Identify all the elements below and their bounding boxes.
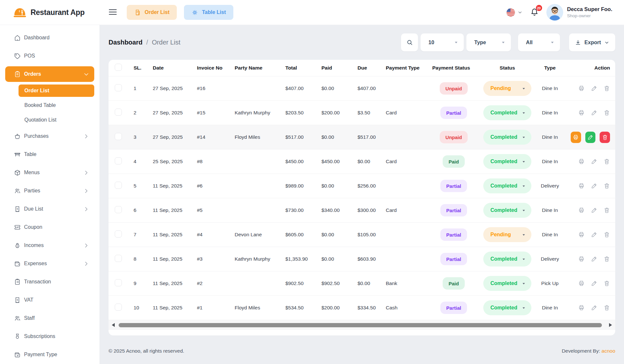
trash-icon[interactable] bbox=[604, 280, 610, 287]
edit-pencil-icon[interactable] bbox=[591, 280, 597, 287]
printer-icon[interactable] bbox=[578, 305, 585, 311]
printer-icon[interactable] bbox=[578, 183, 585, 189]
trash-icon[interactable] bbox=[604, 183, 610, 189]
trash-icon[interactable] bbox=[604, 305, 610, 311]
status-dropdown[interactable]: Pending bbox=[483, 227, 531, 242]
cell-type: Dine In bbox=[533, 85, 566, 91]
trash-icon[interactable] bbox=[604, 256, 610, 262]
scroll-right-arrow-icon[interactable] bbox=[609, 323, 612, 327]
row-checkbox[interactable] bbox=[115, 255, 122, 262]
language-selector[interactable] bbox=[506, 8, 523, 17]
breadcrumb-parent[interactable]: Dashboard bbox=[109, 39, 142, 46]
printer-icon[interactable] bbox=[578, 207, 585, 214]
horizontal-scrollbar[interactable] bbox=[109, 320, 615, 330]
edit-pencil-icon[interactable] bbox=[591, 231, 597, 238]
developer-link[interactable]: acnoo bbox=[602, 348, 615, 354]
edit-pencil-icon[interactable] bbox=[591, 256, 597, 262]
status-dropdown[interactable]: Completed bbox=[483, 203, 531, 218]
table-icon bbox=[14, 151, 21, 158]
row-checkbox[interactable] bbox=[115, 84, 122, 91]
sidebar-item-purchases[interactable]: Purchases bbox=[0, 127, 99, 145]
sidebar-item-menus[interactable]: Menus bbox=[0, 163, 99, 182]
sidebar-item-staff[interactable]: Staff bbox=[0, 309, 99, 327]
row-checkbox[interactable] bbox=[115, 304, 122, 311]
trash-icon[interactable] bbox=[604, 231, 610, 238]
sidebar-item-subscriptions[interactable]: Subscriptions bbox=[0, 327, 99, 345]
user-meta[interactable]: Decca Super Foo. Shop-owner bbox=[567, 6, 612, 19]
row-checkbox[interactable] bbox=[115, 230, 122, 238]
edit-pencil-icon[interactable] bbox=[591, 305, 597, 311]
scroll-left-arrow-icon[interactable] bbox=[112, 323, 115, 327]
edit-pencil-icon[interactable] bbox=[591, 110, 597, 116]
trash-icon[interactable] bbox=[604, 207, 610, 214]
status-dropdown[interactable]: Completed bbox=[483, 300, 531, 315]
row-checkbox[interactable] bbox=[115, 206, 122, 213]
printer-icon[interactable] bbox=[578, 256, 585, 262]
sidebar-item-coupon[interactable]: Coupon bbox=[0, 218, 99, 236]
printer-icon[interactable] bbox=[578, 110, 585, 116]
printer-icon[interactable] bbox=[578, 85, 585, 92]
sidebar-item-transaction[interactable]: Transaction bbox=[0, 273, 99, 291]
select-all-checkbox[interactable] bbox=[115, 64, 122, 71]
status-dropdown[interactable]: Completed bbox=[483, 276, 531, 291]
sidebar-item-expenses[interactable]: Expenses bbox=[0, 254, 99, 273]
status-dropdown[interactable]: Completed bbox=[483, 154, 531, 169]
printer-icon[interactable] bbox=[578, 158, 585, 165]
status-dropdown[interactable]: Completed bbox=[483, 105, 531, 120]
cell-paid: $450.00 bbox=[315, 159, 351, 164]
print-button[interactable] bbox=[571, 132, 581, 143]
status-dropdown[interactable]: Completed bbox=[483, 178, 531, 193]
cell-party: Devon Lane bbox=[228, 232, 279, 238]
cell-payment-status: Paid bbox=[426, 155, 481, 168]
row-checkbox[interactable] bbox=[115, 109, 122, 116]
edit-pencil-icon[interactable] bbox=[591, 85, 597, 92]
sidebar-subitem-order-list[interactable]: Order List bbox=[19, 83, 94, 98]
sidebar-subitem-quotation-list[interactable]: Quotation List bbox=[19, 112, 94, 127]
printer-icon[interactable] bbox=[578, 280, 585, 287]
trash-icon[interactable] bbox=[604, 85, 610, 92]
sidebar-item-incomes[interactable]: $Incomes bbox=[0, 236, 99, 254]
per-page-select[interactable]: 10 bbox=[421, 33, 464, 51]
sidebar-item-dashboard[interactable]: Dashboard bbox=[0, 29, 99, 47]
edit-pencil-icon[interactable] bbox=[591, 183, 597, 189]
row-checkbox[interactable] bbox=[115, 133, 122, 140]
sidebar-item-pos[interactable]: POS bbox=[0, 47, 99, 65]
row-checkbox[interactable] bbox=[115, 279, 122, 286]
cell-payment-type: Card bbox=[380, 110, 426, 116]
scrollbar-thumb[interactable] bbox=[119, 323, 602, 327]
sidebar-item-orders[interactable]: Orders bbox=[0, 65, 99, 83]
edit-button[interactable] bbox=[585, 132, 596, 143]
sidebar-subitem-booked-table[interactable]: Booked Table bbox=[19, 98, 94, 112]
status-dropdown[interactable]: Completed bbox=[483, 252, 531, 266]
delete-button[interactable] bbox=[600, 132, 610, 143]
row-checkbox[interactable] bbox=[115, 182, 122, 189]
order-list-quick-button[interactable]: Order List bbox=[127, 5, 177, 20]
sidebar-item-vat[interactable]: $VAT bbox=[0, 291, 99, 309]
trash-icon[interactable] bbox=[604, 110, 610, 116]
status-dropdown[interactable]: Pending bbox=[483, 81, 531, 96]
notifications-button[interactable]: 20 bbox=[530, 7, 539, 18]
export-button[interactable]: Export bbox=[569, 33, 615, 51]
cell-total: $605.00 bbox=[279, 232, 315, 238]
trash-icon[interactable] bbox=[604, 158, 610, 165]
sidebar-item-table[interactable]: Table bbox=[0, 145, 99, 163]
user-role: Shop-owner bbox=[567, 13, 612, 19]
sidebar-toggle-icon[interactable] bbox=[108, 8, 118, 16]
edit-pencil-icon[interactable] bbox=[591, 158, 597, 165]
edit-pencil-icon[interactable] bbox=[591, 207, 597, 214]
row-checkbox[interactable] bbox=[115, 157, 122, 164]
search-button[interactable] bbox=[401, 33, 418, 51]
sidebar-item-payment-type[interactable]: Payment Type bbox=[0, 345, 99, 364]
chevron-right-icon bbox=[83, 206, 90, 213]
table-list-quick-button[interactable]: Table List bbox=[184, 5, 233, 20]
sidebar-item-due-list[interactable]: $Due List bbox=[0, 200, 99, 218]
type-filter-select[interactable]: Type bbox=[466, 33, 511, 51]
status-dropdown[interactable]: Completed bbox=[483, 130, 531, 145]
sidebar-item-parties[interactable]: Parties bbox=[0, 182, 99, 200]
moneybag-icon: $ bbox=[14, 242, 21, 249]
printer-icon[interactable] bbox=[578, 231, 585, 238]
user-avatar[interactable] bbox=[546, 4, 563, 21]
svg-text:$: $ bbox=[17, 208, 18, 210]
status-filter-select[interactable]: All bbox=[518, 33, 560, 51]
table-row: 1011 Sep, 2025#1Floyd Miles$534.50$200.0… bbox=[109, 295, 615, 320]
